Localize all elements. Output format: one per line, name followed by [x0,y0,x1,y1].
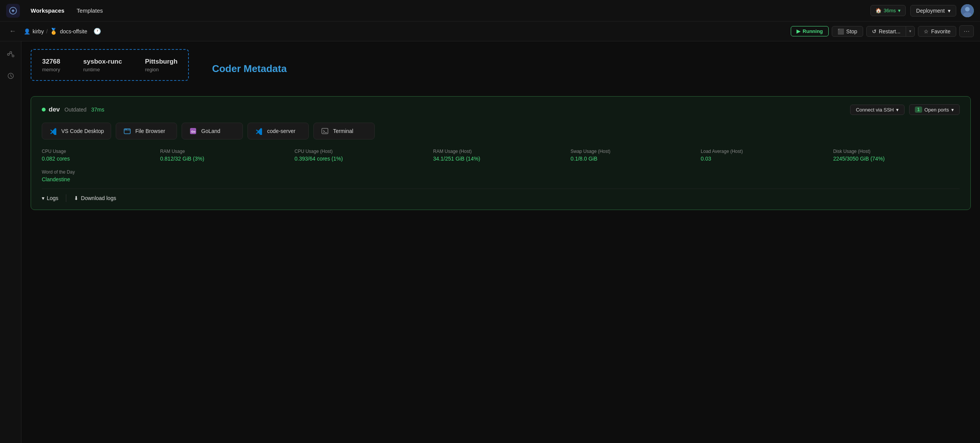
app-buttons: VS Code Desktop File Browser [42,123,960,139]
stat-swap-host: Swap Usage (Host) 0.1/8.0 GiB [570,149,685,162]
content-area: 32768 memory sysbox-runc runtime Pittsbu… [21,41,980,443]
top-nav-right: 🏠 36ms ▾ Deployment ▾ [870,4,974,17]
stat-cpu-value: 0.082 cores [42,156,145,162]
latency-chevron-icon: ▾ [898,8,901,13]
user-avatar[interactable] [961,4,974,17]
region-label: region [145,67,177,72]
restart-icon: ↺ [872,28,877,34]
stat-load-value: 0.03 [701,156,818,162]
svg-point-2 [965,7,970,11]
goland-label: GoLand [201,128,220,134]
sidebar-graph-icon[interactable] [4,48,18,61]
ssh-chevron-icon: ▾ [896,107,899,113]
history-button[interactable]: 🕐 [92,26,103,36]
stat-load-host: Load Average (Host) 0.03 [701,149,818,162]
agent-name: dev [49,106,60,113]
agent-latency-value: 37ms [91,107,104,113]
stat-disk-label: Disk Usage (Host) [833,149,960,154]
terminal-label: Terminal [333,128,353,134]
nav-workspaces[interactable]: Workspaces [29,5,66,16]
latency-button[interactable]: 🏠 36ms ▾ [870,5,906,16]
restart-caret-button[interactable]: ▾ [906,27,914,36]
code-server-button[interactable]: code-server [247,123,309,139]
stop-square-icon: ⬛ [837,28,844,34]
stat-swap-label: Swap Usage (Host) [570,149,685,154]
code-server-label: code-server [267,128,295,134]
svg-rect-13 [322,128,328,134]
breadcrumb: 👤 kirby / 🏅 docs-offsite [24,28,87,35]
stat-ram-value: 0.812/32 GiB (3%) [160,156,279,162]
deployment-label: Deployment [916,8,945,14]
star-icon: ☆ [924,28,929,34]
svg-point-6 [12,55,14,57]
stat-cpu-label: CPU Usage [42,149,145,154]
stat-load-label: Load Average (Host) [701,149,818,154]
favorite-button[interactable]: ☆ Favorite [918,26,956,37]
memory-value: 32768 [42,57,60,66]
svg-line-8 [11,53,12,56]
workspace-actions: ▶ Running ⬛ Stop ↺ Restart... ▾ ☆ Favori… [791,25,974,37]
ports-count: 1 [915,107,922,113]
open-ports-button[interactable]: 1 Open ports ▾ [909,104,960,115]
nav-links: Workspaces Templates [29,5,861,16]
stat-cpu-host: CPU Usage (Host) 0.393/64 cores (1%) [295,149,418,162]
memory-label: memory [42,67,60,72]
vscode-desktop-label: VS Code Desktop [61,128,104,134]
codeserver-icon [255,127,263,135]
sidebar-history-icon[interactable] [4,69,18,83]
stat-cpu-usage: CPU Usage 0.082 cores [42,149,145,162]
vscode-desktop-button[interactable]: VS Code Desktop [42,123,111,139]
deployment-button[interactable]: Deployment ▾ [910,5,956,16]
favorite-label: Favorite [931,28,951,34]
region-value: Pittsburgh [145,57,177,66]
stop-button[interactable]: ⬛ Stop [832,26,863,37]
owner-name[interactable]: kirby [33,28,44,34]
runtime-label: runtime [83,67,122,72]
svg-rect-10 [124,129,130,134]
agent-outdated-label: Outdated [64,107,87,113]
restart-label: Restart... [879,28,901,34]
stats-grid: CPU Usage 0.082 cores RAM Usage 0.812/32… [42,149,960,162]
logs-chevron-icon: ▾ [42,195,44,201]
stat-ram-host: RAM Usage (Host) 34.1/251 GiB (14%) [433,149,556,162]
logs-toggle[interactable]: ▾ Logs [42,195,58,201]
terminal-icon [321,127,329,135]
stat-ram-host-label: RAM Usage (Host) [433,149,556,154]
nav-templates[interactable]: Templates [75,5,104,16]
running-play-icon: ▶ [796,28,800,34]
file-browser-button[interactable]: File Browser [116,123,177,139]
download-logs-button[interactable]: ⬇ Download logs [74,195,116,201]
owner-icon: 👤 [24,28,30,34]
stat-ram-host-value: 34.1/251 GiB (14%) [433,156,556,162]
more-options-button[interactable]: ⋯ [959,25,974,37]
back-button[interactable]: ← [6,26,19,37]
logo[interactable] [6,4,20,18]
stop-label: Stop [846,28,857,34]
stat-disk-host: Disk Usage (Host) 2245/3050 GiB (74%) [833,149,960,162]
info-box: 32768 memory sysbox-runc runtime Pittsbu… [31,49,189,81]
running-status-button[interactable]: ▶ Running [791,26,829,36]
terminal-button[interactable]: Terminal [313,123,375,139]
workspace-bar: ← 👤 kirby / 🏅 docs-offsite 🕐 ▶ Running ⬛… [0,21,980,41]
filebrowser-icon [123,127,131,135]
region-info: Pittsburgh region [145,57,177,72]
connect-ssh-button[interactable]: Connect via SSH ▾ [850,105,905,115]
main-layout: 32768 memory sysbox-runc runtime Pittsbu… [0,41,980,443]
word-of-day-value: Clandestine [42,176,960,182]
restart-button[interactable]: ↺ Restart... [867,26,906,36]
goland-button[interactable]: Go GoLand [182,123,243,139]
stat-ram-label: RAM Usage [160,149,279,154]
runtime-value: sysbox-runc [83,57,122,66]
word-of-day-label: Word of the Day [42,169,960,175]
workspace-name[interactable]: docs-offsite [60,28,87,34]
restart-group: ↺ Restart... ▾ [866,26,915,37]
file-browser-label: File Browser [135,128,165,134]
latency-icon: 🏠 [875,8,882,13]
coder-metadata-title: Coder Metadata [212,63,287,75]
stat-ram-usage: RAM Usage 0.812/32 GiB (3%) [160,149,279,162]
stat-cpu-host-value: 0.393/64 cores (1%) [295,156,418,162]
logs-divider [66,194,66,202]
agent-status-dot [42,108,46,112]
running-label: Running [803,28,823,34]
agent-actions-right: Connect via SSH ▾ 1 Open ports ▾ [850,104,960,115]
